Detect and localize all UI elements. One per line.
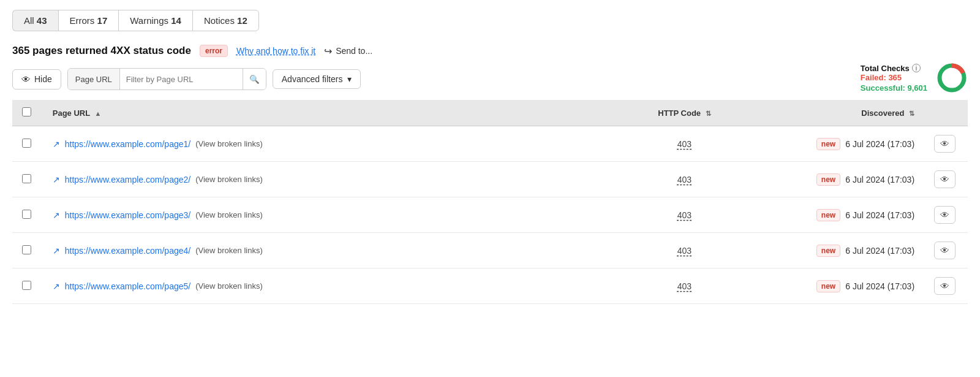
issue-title: 365 pages returned 4XX status code: [12, 45, 191, 57]
discovered-date: 6 Jul 2024 (17:03): [845, 246, 914, 256]
row-url-cell: ↗ https://www.example.com/page5/ (View b…: [43, 268, 627, 304]
row-eye-button[interactable]: 👁: [934, 135, 956, 153]
discovered-column[interactable]: Discovered ⇅: [743, 100, 924, 126]
search-button[interactable]: 🔍: [243, 69, 266, 89]
view-broken-links[interactable]: (View broken links): [195, 210, 263, 219]
tab-warnings[interactable]: Warnings 14: [118, 10, 192, 31]
table-row: ↗ https://www.example.com/page2/ (View b…: [12, 162, 968, 197]
row-eye-button[interactable]: 👁: [934, 277, 956, 295]
advanced-filters-button[interactable]: Advanced filters ▾: [273, 69, 361, 89]
tab-count: 17: [97, 15, 108, 26]
row-url-cell: ↗ https://www.example.com/page3/ (View b…: [43, 197, 627, 233]
tab-label: Errors: [70, 15, 95, 26]
row-action-cell: 👁: [924, 233, 968, 268]
tab-notices[interactable]: Notices 12: [192, 10, 259, 31]
url-filter-group: Page URL 🔍: [67, 68, 266, 90]
http-code-value: 403: [677, 139, 692, 149]
view-broken-links[interactable]: (View broken links): [195, 246, 263, 255]
row-url-cell: ↗ https://www.example.com/page1/ (View b…: [43, 126, 627, 162]
row-action-cell: 👁: [924, 162, 968, 197]
new-badge: new: [816, 173, 840, 186]
page-url-header-label: Page URL: [53, 109, 90, 118]
row-eye-button[interactable]: 👁: [934, 206, 956, 224]
eye-icon: 👁: [940, 210, 949, 220]
table-row: ↗ https://www.example.com/page4/ (View b…: [12, 233, 968, 268]
eye-icon: 👁: [940, 245, 949, 256]
page-url-link[interactable]: https://www.example.com/page2/: [65, 175, 190, 185]
results-table: Page URL ▲ HTTP Code ⇅ Discovered ⇅ ↗ ht…: [12, 100, 968, 304]
http-code-sort-icon: ⇅: [706, 110, 711, 117]
view-broken-links[interactable]: (View broken links): [195, 175, 263, 184]
fix-link[interactable]: Why and how to fix it: [236, 46, 315, 56]
page-url-link[interactable]: https://www.example.com/page5/: [65, 281, 190, 291]
table-row: ↗ https://www.example.com/page3/ (View b…: [12, 197, 968, 233]
row-discovered-cell: new 6 Jul 2024 (17:03): [743, 268, 924, 304]
row-checkbox-cell: [12, 268, 43, 304]
table-body: ↗ https://www.example.com/page1/ (View b…: [12, 126, 968, 304]
url-filter-input[interactable]: [120, 69, 243, 89]
send-to-button[interactable]: ↪ Send to...: [324, 45, 372, 57]
new-badge: new: [816, 138, 840, 150]
row-discovered-cell: new 6 Jul 2024 (17:03): [743, 162, 924, 197]
http-code-value: 403: [677, 210, 692, 220]
action-column: [924, 100, 968, 126]
row-http-cell: 403: [626, 162, 743, 197]
http-code-value: 403: [677, 246, 692, 256]
row-checkbox[interactable]: [22, 174, 31, 183]
row-checkbox[interactable]: [22, 139, 31, 148]
tab-count: 14: [171, 15, 181, 26]
select-all-checkbox[interactable]: [22, 107, 31, 116]
tab-count: 12: [237, 15, 247, 26]
donut-chart: [936, 62, 968, 94]
view-broken-links[interactable]: (View broken links): [195, 139, 263, 148]
total-checks-title: Total Checks i: [861, 64, 927, 73]
view-broken-links[interactable]: (View broken links): [195, 281, 263, 291]
row-url-cell: ↗ https://www.example.com/page4/ (View b…: [43, 233, 627, 268]
send-to-icon: ↪: [324, 45, 332, 57]
tab-errors[interactable]: Errors 17: [58, 10, 119, 31]
row-checkbox[interactable]: [22, 245, 31, 254]
info-icon[interactable]: i: [912, 64, 921, 72]
row-checkbox-cell: [12, 197, 43, 233]
row-checkbox[interactable]: [22, 281, 31, 290]
http-code-column[interactable]: HTTP Code ⇅: [626, 100, 743, 126]
http-code-value: 403: [677, 175, 692, 185]
header-row: Page URL ▲ HTTP Code ⇅ Discovered ⇅: [12, 100, 968, 126]
external-link-icon: ↗: [53, 175, 60, 185]
row-eye-button[interactable]: 👁: [934, 242, 956, 259]
page-url-link[interactable]: https://www.example.com/page4/: [65, 246, 190, 256]
header-row: 365 pages returned 4XX status code error…: [12, 45, 968, 57]
error-badge: error: [200, 45, 228, 57]
filter-label: Page URL: [68, 69, 120, 89]
eye-icon: 👁: [940, 174, 949, 185]
page-url-link[interactable]: https://www.example.com/page3/: [65, 210, 190, 220]
tab-all[interactable]: All 43: [12, 10, 58, 31]
select-all-column: [12, 100, 43, 126]
hide-button[interactable]: 👁 Hide: [12, 69, 61, 89]
tab-label: Notices: [204, 15, 235, 26]
http-code-header-label: HTTP Code: [658, 109, 701, 118]
success-count: Successful: 9,601: [861, 83, 927, 93]
external-link-icon: ↗: [53, 210, 60, 220]
row-http-cell: 403: [626, 233, 743, 268]
row-checkbox[interactable]: [22, 210, 31, 219]
page-url-sort-icon: ▲: [95, 110, 102, 117]
discovered-date: 6 Jul 2024 (17:03): [845, 175, 914, 185]
failed-count: Failed: 365: [861, 73, 927, 82]
new-badge: new: [816, 209, 840, 221]
table-row: ↗ https://www.example.com/page1/ (View b…: [12, 126, 968, 162]
row-action-cell: 👁: [924, 197, 968, 233]
row-checkbox-cell: [12, 233, 43, 268]
row-http-cell: 403: [626, 268, 743, 304]
row-url-cell: ↗ https://www.example.com/page2/ (View b…: [43, 162, 627, 197]
tabs-bar: All 43Errors 17Warnings 14Notices 12: [12, 10, 968, 31]
page-url-link[interactable]: https://www.example.com/page1/: [65, 139, 190, 149]
page-url-column[interactable]: Page URL ▲: [43, 100, 627, 126]
tab-count: 43: [37, 15, 47, 26]
row-eye-button[interactable]: 👁: [934, 170, 956, 188]
new-badge: new: [816, 245, 840, 257]
eye-icon: 👁: [940, 281, 949, 291]
row-http-cell: 403: [626, 197, 743, 233]
discovered-date: 6 Jul 2024 (17:03): [845, 139, 914, 149]
checks-info: Failed: 365 Successful: 9,601: [861, 73, 927, 93]
